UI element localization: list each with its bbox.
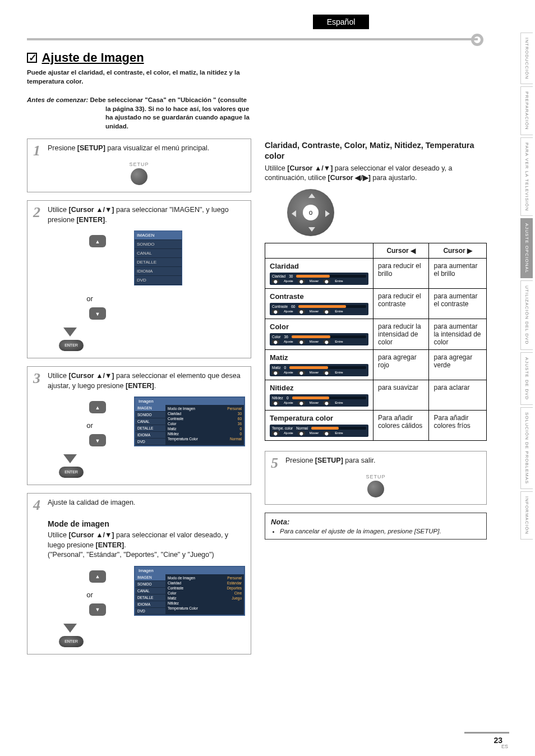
s5a: Presione [285, 457, 315, 464]
mini-slider: Claridad30⬤Ajuste⬤Mover⬤Entre [270, 273, 368, 285]
table-row: NitidezNitidez0⬤Ajuste⬤Mover⬤Entrepara s… [265, 380, 487, 410]
step-3-num: 3 [33, 371, 48, 386]
s3a: Utilice [48, 372, 69, 380]
before-start: Antes de comenzar: Debe seleccionar "Cas… [27, 96, 251, 105]
or-label-4: or [62, 591, 117, 599]
s3b2: [ENTER] [126, 382, 154, 390]
section2-para: Utililce [Cursor ▲/▼] para seleccionar e… [265, 164, 487, 183]
side-tab-intro[interactable]: INTRODUCCIÓN [520, 33, 533, 84]
panel-row: Modo de ImagenPersonal [168, 575, 242, 580]
mp1d: [ENTER] [95, 541, 124, 549]
s2b1: [Cursor ▲/▼] [69, 206, 114, 214]
enter-button4-icon: ENTER [59, 636, 84, 647]
panel-row: ColorCine [168, 591, 242, 596]
step-5-num: 5 [271, 456, 285, 471]
step-3-box: 3 Utilice [Cursor ▲/▼] para seleccionar … [27, 366, 251, 485]
setup-button-icon [131, 168, 147, 185]
step1-setup-key: [SETUP] [77, 144, 105, 152]
dpad-down4-icon [78, 603, 117, 620]
panel-row: Temperatura ColorNormal [168, 436, 242, 441]
menu-idioma: IDIOMA [135, 267, 182, 276]
arrow-down3-icon [63, 454, 77, 463]
dpad-up-icon [78, 235, 117, 291]
mini-slider: Color36⬤Ajuste⬤Mover⬤Entre [270, 333, 368, 345]
panel-title: Imagen [135, 398, 244, 405]
setup-button5-icon [367, 481, 384, 497]
th-right: Cursor ▶ [429, 243, 487, 258]
page-lang-code: ES [501, 744, 508, 749]
step-4-text: Ajuste la calidad de imagen. [48, 498, 245, 508]
pm4-idioma: IDIOMA [135, 601, 165, 608]
mode-para2: ("Personal", "Estándar", "Deportes", "Ci… [48, 550, 245, 560]
mp1b: [Cursor ▲/▼] [69, 531, 114, 539]
s5b1: [SETUP] [315, 457, 343, 464]
step-3-text: Utilice [Cursor ▲/▼] para seleccionar el… [48, 371, 245, 391]
mini-slider: Contraste60⬤Ajuste⬤Mover⬤Entre [270, 303, 368, 315]
side-tab-info[interactable]: INFORMACIÓN [520, 491, 533, 540]
arrow-down-icon [63, 328, 77, 336]
menu-canal: CANAL [135, 249, 182, 258]
panel-row: Nitidez [168, 601, 242, 606]
menu-dvd: DVD [135, 276, 182, 285]
s2pd: [Cursor ◀/▶] [328, 174, 371, 182]
step1-a: Presione [48, 144, 77, 152]
panel-row: Claridad30 [168, 411, 242, 416]
side-tab-dvd-ajuste[interactable]: AJUSTE DE DVD [520, 352, 533, 405]
dpad-ring-icon: o [287, 189, 334, 236]
mp1e: . [124, 541, 126, 549]
imagen-panel-step3: Imagen IMAGEN SONIDO CANAL DETALLE IDIOM… [134, 397, 245, 446]
panel-row: ClaridadEstándar [168, 580, 242, 586]
effects-table: Cursor ◀ Cursor ▶ ClaridadClaridad30⬤Aju… [265, 243, 487, 441]
before-body: Debe seleccionar "Casa" en "Ubicación " … [90, 96, 246, 103]
dpad-up3-icon [78, 401, 117, 418]
ring-left-icon [292, 210, 296, 217]
setup-label-5: SETUP [271, 474, 481, 480]
s3b1: [Cursor ▲/▼] [69, 372, 114, 380]
pm4-sonido: SONIDO [135, 581, 165, 588]
page-title: Ajuste de Imagen [41, 50, 144, 65]
enter-button-icon: ENTER [59, 340, 84, 351]
imagen-panel-step4: Imagen IMAGEN SONIDO CANAL DETALLE IDIOM… [134, 566, 245, 616]
panel-main-3: Modo de ImagenPersonalClaridad30Contrast… [165, 405, 244, 445]
pm4-detalle: DETALLE [135, 594, 165, 601]
s2pe: para ajustarlo. [371, 174, 417, 182]
page-title-row: Ajuste de Imagen [27, 50, 251, 65]
step-2-box: 2 Utilice [Cursor ▲/▼] para seleccionar … [27, 200, 251, 358]
s2c: . [105, 216, 107, 224]
dpad-down3-icon [78, 434, 117, 451]
pm4-imagen: IMAGEN [135, 574, 165, 581]
intro-text: Puede ajustar el claridad, el contraste,… [27, 68, 251, 86]
mp1a: Utilice [48, 531, 69, 539]
checkbox-icon [27, 53, 37, 63]
step-5-box: 5 Presione [SETUP] para salir. SETUP [265, 451, 487, 505]
step-2-text: Utilice [Cursor ▲/▼] para seleccionar "I… [48, 205, 245, 225]
side-tabs: INTRODUCCIÓN PREPARACIÓN PARA VER LA TEL… [520, 33, 535, 542]
menu-box-step2: IMAGEN SONIDO CANAL DETALLE IDIOMA DVD [134, 231, 182, 285]
pm4-canal: CANAL [135, 588, 165, 594]
s2pb: [Cursor ▲/▼] [287, 164, 333, 172]
setup-label-1: SETUP [33, 162, 245, 167]
ring-center: o [303, 205, 319, 220]
side-tab-solucion[interactable]: SOLUCIÓN DE PROBLEMAS [520, 407, 533, 489]
dpad-down-icon [78, 307, 117, 324]
before-cont: la página 33). Si no lo hace así, los va… [105, 105, 251, 131]
pm-detalle: DETALLE [135, 425, 165, 432]
s2pa: Utililce [265, 164, 287, 172]
panel-row: ContrasteDeportes [168, 586, 242, 591]
side-tab-prep[interactable]: PREPARACIÓN [520, 86, 533, 135]
pm-idioma: IDIOMA [135, 432, 165, 439]
s2b2: [ENTER] [76, 216, 105, 224]
side-tab-dvd-use[interactable]: UTILIZACIÓN DEL DVD [520, 280, 533, 349]
step-1-text: Presione [SETUP] para visualizar el menú… [48, 144, 245, 154]
pm-canal: CANAL [135, 418, 165, 425]
side-tab-tv[interactable]: PARA VER LA TELEVISIÓN [520, 137, 533, 216]
table-row: Temperatura colorTempe. colorNormal⬤Ajus… [265, 410, 487, 440]
menu-detalle: DETALLE [135, 258, 182, 267]
ring-up-icon [308, 193, 315, 198]
section2-heading: Claridad, Contraste, Color, Matiz, Nitid… [265, 140, 487, 162]
note-item: Para cancelar el ajuste de la imagen, pr… [280, 528, 481, 534]
dpad-up4-icon [78, 570, 117, 587]
side-tab-ajuste-opcional[interactable]: AJUSTE OPCIONAL [520, 218, 533, 278]
pm4-dvd: DVD [135, 608, 165, 615]
panel-main-4: Modo de ImagenPersonalClaridadEstándarCo… [165, 574, 244, 615]
